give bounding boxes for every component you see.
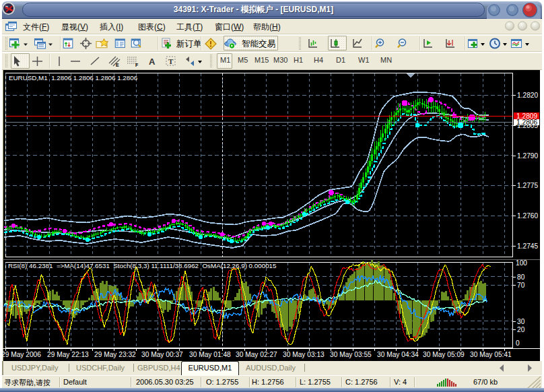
svg-text:A: A [149, 57, 156, 67]
svg-text:1.2806: 1.2806 [516, 119, 537, 126]
svg-text:29 May 23:32: 29 May 23:32 [94, 351, 136, 358]
svg-text:1.2760: 1.2760 [517, 212, 538, 220]
svg-text:1.2775: 1.2775 [517, 182, 538, 189]
svg-text:30 May 02:27: 30 May 02:27 [236, 351, 277, 358]
svg-text:1.2820: 1.2820 [517, 92, 538, 99]
svg-text:T: T [168, 57, 174, 65]
svg-text:29 May 22:13: 29 May 22:13 [47, 351, 89, 358]
svg-text:30 May 05:41: 30 May 05:41 [470, 351, 512, 358]
svg-text:1.2745: 1.2745 [517, 242, 538, 250]
svg-text:EURUSD,M1 1.2806 1.2806 1.280: EURUSD,M1 1.2806 1.2806 1.2806 1.2806 [9, 74, 138, 81]
svg-text:29 May 2006: 29 May 2006 [1, 351, 41, 358]
svg-text:30 May 03:13: 30 May 03:13 [283, 351, 325, 358]
svg-text:70: 70 [517, 282, 525, 289]
svg-text:30 May 01:48: 30 May 01:48 [189, 351, 231, 358]
svg-text:1.2790: 1.2790 [517, 152, 538, 160]
svg-text:80: 80 [517, 273, 525, 281]
svg-text:100: 100 [516, 259, 527, 267]
svg-text:30 May 05:09: 30 May 05:09 [423, 351, 465, 358]
svg-text:30: 30 [517, 318, 525, 325]
svg-text:20: 20 [517, 326, 525, 333]
svg-text:30 May 04:34: 30 May 04:34 [377, 351, 419, 358]
svg-text:30 May 03:55: 30 May 03:55 [330, 351, 372, 358]
svg-text:E: E [116, 63, 119, 67]
svg-text:30 May 00:37: 30 May 00:37 [141, 351, 183, 358]
svg-text:F: F [135, 63, 139, 67]
svg-text:RSI(8) 46.2381 =>MA(14)47.653: RSI(8) 46.2381 =>MA(14)47.6531 Stoch(8,3… [8, 262, 277, 269]
svg-text:0: 0 [516, 339, 520, 347]
